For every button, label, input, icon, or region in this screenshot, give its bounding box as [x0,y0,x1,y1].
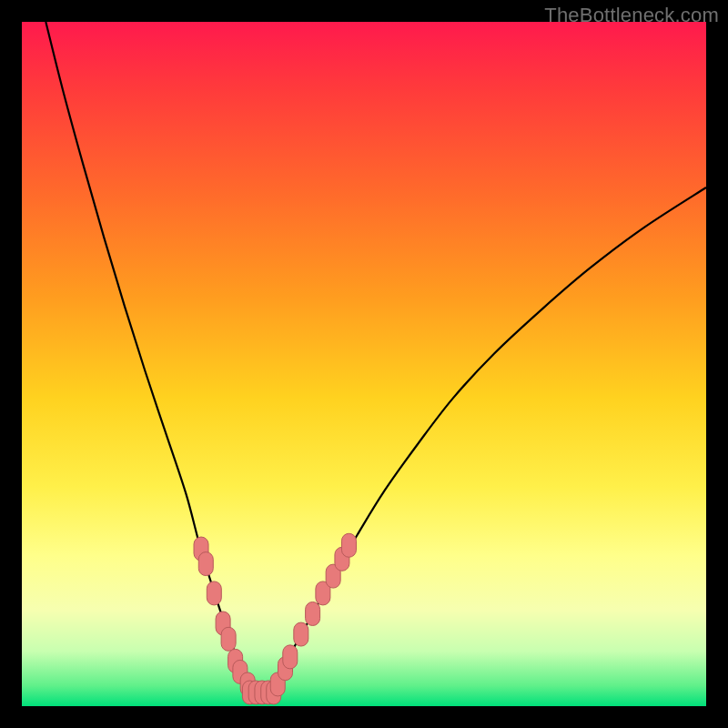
data-marker [221,627,236,651]
data-marker [294,622,308,646]
data-marker [207,581,221,605]
chart-plot-area [22,22,706,706]
curve-right-branch [258,187,706,693]
chart-svg [22,22,706,706]
data-markers [194,533,356,704]
data-marker [198,552,213,576]
curve-left-branch [46,22,258,693]
watermark-text: TheBottleneck.com [544,4,719,27]
data-marker [283,645,298,669]
data-marker [306,602,320,625]
data-marker [341,533,356,557]
